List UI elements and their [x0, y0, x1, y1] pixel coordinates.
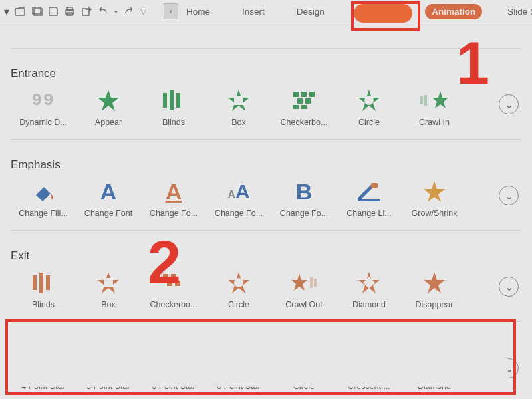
- anim-change-font-size[interactable]: AAChange Fo...: [206, 173, 271, 218]
- svg-marker-24: [432, 91, 448, 108]
- anim-label: Disappear: [402, 300, 467, 309]
- svg-marker-45: [33, 354, 53, 374]
- chevron-down-icon: ⌄: [505, 281, 513, 293]
- anim-blinds-exit[interactable]: Blinds: [11, 264, 76, 309]
- anim-disappear[interactable]: Disappear: [402, 264, 467, 309]
- star-diamond-orange-icon: [357, 271, 381, 295]
- tab-transitions[interactable]: Transitions: [350, 4, 407, 19]
- anim-label: Checkerbo...: [271, 118, 336, 127]
- tab-insert[interactable]: Insert: [235, 4, 271, 19]
- svg-marker-44: [424, 272, 445, 293]
- svg-point-63: [430, 357, 433, 360]
- section-motion-paths: Motion Paths 4 Point Star 5 Point Star 6…: [5, 331, 527, 391]
- svg-rect-14: [301, 92, 307, 97]
- anim-change-fill[interactable]: Change Fill...: [11, 173, 76, 218]
- redo-icon[interactable]: [123, 5, 135, 18]
- digits-icon: 99: [31, 90, 55, 110]
- svg-rect-10: [176, 93, 180, 108]
- star-icon: [96, 88, 120, 112]
- tab-design[interactable]: Design: [290, 4, 331, 19]
- brush-icon: [356, 182, 382, 201]
- anim-circle-exit[interactable]: Circle: [206, 264, 271, 309]
- chevron-down-icon: ⌄: [505, 98, 513, 111]
- section-entrance-title: Entrance: [11, 67, 527, 80]
- anim-label: 5 Point Star: [76, 382, 141, 391]
- tab-home[interactable]: Home: [185, 4, 217, 19]
- star-circle-icon: [357, 88, 381, 112]
- anim-change-line-color[interactable]: Change Li...: [336, 173, 402, 218]
- anim-change-font-style[interactable]: BChange Fo...: [271, 173, 336, 218]
- bucket-icon: [32, 182, 55, 201]
- svg-rect-23: [424, 95, 427, 106]
- mp-8star-icon: [227, 352, 251, 376]
- anim-label: Diamond: [402, 382, 467, 391]
- anim-label: Checkerbo...: [141, 300, 206, 309]
- anim-label: Change Fill...: [11, 209, 76, 218]
- mp-diamond-icon: [422, 352, 446, 376]
- anim-checkerboard-exit[interactable]: Checkerbo...: [141, 264, 206, 309]
- svg-marker-27: [424, 181, 445, 202]
- svg-rect-29: [39, 273, 43, 293]
- anim-crawl-out[interactable]: Crawl Out: [271, 264, 336, 309]
- anim-8-point-star[interactable]: 8 Point Star: [206, 346, 271, 391]
- star-circle-orange-icon: [227, 271, 251, 295]
- expand-exit-button[interactable]: ⌄: [499, 277, 519, 297]
- export-icon[interactable]: [81, 5, 92, 18]
- svg-rect-8: [163, 93, 167, 108]
- svg-point-58: [301, 354, 304, 358]
- print-icon[interactable]: [64, 5, 76, 18]
- anim-label: Crawl Out: [271, 300, 336, 309]
- star-blinds-orange-icon: [30, 271, 57, 294]
- section-motion-title: Motion Paths: [11, 331, 527, 344]
- letter-a-icon: A: [100, 179, 117, 205]
- tab-animation[interactable]: Animation: [425, 4, 482, 19]
- expand-entrance-button[interactable]: ⌄: [499, 94, 519, 114]
- svg-rect-40: [310, 277, 313, 288]
- qat-dropdown-icon[interactable]: ▾: [4, 5, 9, 18]
- anim-box-exit[interactable]: Box: [76, 264, 141, 309]
- anim-appear[interactable]: Appear: [76, 82, 141, 127]
- anim-4-point-star[interactable]: 4 Point Star: [11, 346, 76, 391]
- section-emphasis-title: Emphasis: [11, 158, 527, 172]
- anim-label: Crawl In: [402, 118, 467, 127]
- anim-label: Box: [206, 118, 271, 127]
- open-icon[interactable]: [15, 5, 27, 18]
- anim-5-point-star[interactable]: 5 Point Star: [76, 346, 141, 391]
- anim-circle-path[interactable]: Circle: [271, 346, 336, 391]
- svg-marker-7: [98, 90, 119, 111]
- svg-rect-19: [301, 105, 307, 109]
- anim-circle-entrance[interactable]: Circle: [336, 82, 402, 127]
- anim-crescent[interactable]: Crescent ...: [336, 346, 402, 391]
- anim-checkerboard-entrance[interactable]: Checkerbo...: [271, 82, 336, 127]
- save-icon[interactable]: [48, 5, 59, 18]
- anim-label: Change Fo...: [271, 209, 336, 218]
- qat-overflow-icon[interactable]: ▽: [140, 5, 146, 18]
- anim-diamond-exit[interactable]: Diamond: [336, 264, 402, 309]
- tab-slide-show[interactable]: Slide Show: [501, 4, 532, 19]
- undo-more-icon[interactable]: ▾: [114, 5, 118, 18]
- svg-point-21: [364, 96, 374, 105]
- expand-motion-button[interactable]: ⌄: [499, 358, 519, 378]
- anim-label: Diamond: [336, 300, 402, 309]
- svg-point-38: [234, 278, 243, 287]
- anim-diamond-path[interactable]: Diamond: [402, 346, 467, 391]
- anim-change-font[interactable]: AChange Font: [76, 173, 141, 218]
- expand-emphasis-button[interactable]: ⌄: [499, 186, 519, 205]
- undo-icon[interactable]: [97, 5, 109, 18]
- anim-label: Circle: [336, 118, 402, 127]
- anim-blinds[interactable]: Blinds: [141, 82, 206, 127]
- ribbon-scroll-left-icon[interactable]: ‹: [164, 3, 178, 19]
- anim-change-font-color[interactable]: AChange Fo...: [141, 173, 206, 218]
- anim-crawl-in[interactable]: Crawl In: [402, 82, 467, 127]
- star-blinds-icon: [160, 89, 187, 112]
- svg-rect-0: [15, 9, 25, 15]
- svg-point-52: [171, 354, 174, 358]
- anim-label: Change Font: [76, 209, 141, 218]
- anim-box-entrance[interactable]: Box: [206, 82, 271, 127]
- anim-dynamic-digits[interactable]: 99Dynamic D...: [11, 82, 76, 127]
- anim-grow-shrink[interactable]: Grow/Shrink: [402, 173, 467, 218]
- anim-6-point-star[interactable]: 6 Point Star: [141, 346, 206, 391]
- mp-4star-icon: [31, 352, 55, 376]
- svg-rect-36: [175, 281, 180, 286]
- new-slide-icon[interactable]: [32, 5, 43, 18]
